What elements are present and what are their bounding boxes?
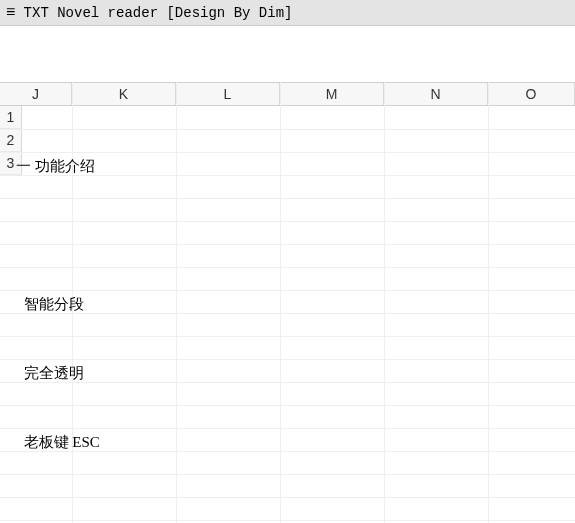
text-overlay: 一 功能介绍 智能分段 完全透明 老板键 ESC 二 快捷键 老板键：ESC键 … bbox=[0, 26, 575, 523]
feature-3: 老板键 ESC bbox=[16, 431, 575, 454]
feature-1: 智能分段 bbox=[16, 293, 575, 316]
feature-2: 完全透明 bbox=[16, 362, 575, 385]
titlebar: ≡ TXT Novel reader [Design By Dim] bbox=[0, 0, 575, 26]
section1-title: 一 功能介绍 bbox=[16, 155, 575, 178]
spreadsheet-area: J K L M N O 1 2 3 一 功能介 bbox=[0, 26, 575, 523]
window-title: TXT Novel reader [Design By Dim] bbox=[24, 5, 293, 21]
menu-icon[interactable]: ≡ bbox=[6, 5, 16, 21]
